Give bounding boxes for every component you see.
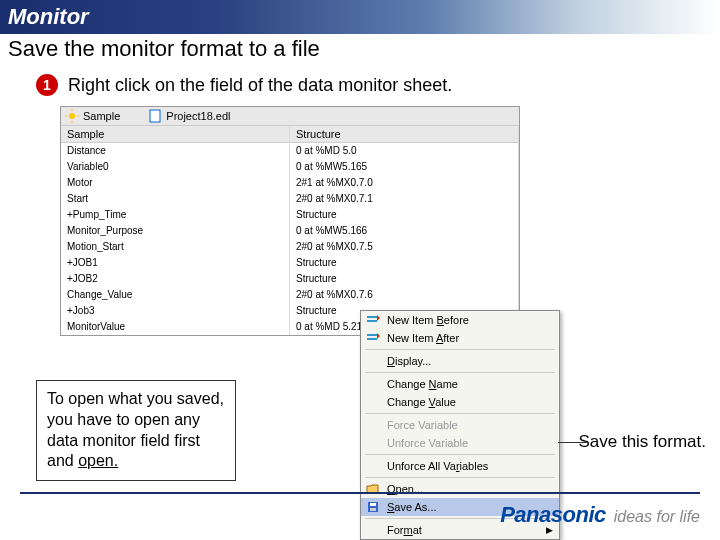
menu-item[interactable]: New Item Before: [361, 311, 559, 329]
table-cell[interactable]: 0 at %MD 5.0: [290, 143, 518, 159]
footer-divider: [20, 492, 700, 494]
menu-item-label: Display...: [387, 355, 431, 367]
table-cell[interactable]: 2#0 at %MX0.7.5: [290, 239, 518, 255]
screenshot-toolbar: Sample Project18.edl: [61, 107, 519, 126]
table-cell[interactable]: 2#0 at %MX0.7.1: [290, 191, 518, 207]
svg-rect-8: [367, 334, 377, 336]
svg-point-0: [69, 113, 75, 119]
table-cell[interactable]: Change_Value: [61, 287, 289, 303]
table-cell[interactable]: Start: [61, 191, 289, 207]
svg-rect-11: [370, 503, 376, 506]
menu-separator: [365, 454, 555, 455]
menu-item[interactable]: New Item After: [361, 329, 559, 347]
svg-rect-5: [150, 110, 160, 122]
brand-tagline: ideas for life: [614, 508, 700, 526]
toolbar-tab: Project18.edl: [166, 110, 230, 122]
menu-item-label: Change Value: [387, 396, 456, 408]
note-box: To open what you saved, you have to open…: [36, 380, 236, 481]
step-text: Right click on the field of the data mon…: [68, 75, 452, 96]
table-cell[interactable]: +JOB1: [61, 255, 289, 271]
step-row: 1 Right click on the field of the data m…: [0, 74, 720, 106]
page-subtitle: Save the monitor format to a file: [0, 34, 720, 74]
insert-after-icon: [365, 330, 381, 346]
menu-separator: [365, 413, 555, 414]
table-cell[interactable]: 2#1 at %MX0.7.0: [290, 175, 518, 191]
open-icon: [365, 481, 381, 497]
footer-logo: Panasonic ideas for life: [500, 502, 700, 528]
column-header: Sample: [61, 126, 289, 143]
table-cell[interactable]: Distance: [61, 143, 289, 159]
screenshot-table: Sample DistanceVariable0MotorStart+Pump_…: [61, 126, 519, 335]
table-cell[interactable]: 0 at %MW5.166: [290, 223, 518, 239]
svg-rect-7: [367, 320, 377, 322]
insert-before-icon: [365, 312, 381, 328]
menu-item[interactable]: Open...: [361, 480, 559, 498]
menu-item-label: Save As...: [387, 501, 437, 513]
table-cell[interactable]: Motor: [61, 175, 289, 191]
note-underlined: open.: [78, 452, 118, 469]
table-cell[interactable]: +Pump_Time: [61, 207, 289, 223]
sun-icon: [65, 109, 79, 123]
menu-item-label: Format: [387, 524, 422, 536]
svg-rect-6: [367, 316, 377, 318]
table-cell[interactable]: Structure: [290, 271, 518, 287]
table-cell[interactable]: MonitorValue: [61, 319, 289, 335]
menu-item-label: New Item After: [387, 332, 459, 344]
svg-rect-9: [367, 338, 377, 340]
menu-item: Unforce Variable: [361, 434, 559, 452]
table-cell[interactable]: 2#0 at %MX0.7.6: [290, 287, 518, 303]
toolbar-label: Sample: [83, 110, 120, 122]
table-cell[interactable]: Variable0: [61, 159, 289, 175]
brand-name: Panasonic: [500, 502, 606, 528]
data-monitor-screenshot: Sample Project18.edl Sample DistanceVari…: [60, 106, 520, 336]
table-cell[interactable]: Structure: [290, 255, 518, 271]
column-header: Structure: [290, 126, 518, 143]
menu-item-label: Force Variable: [387, 419, 458, 431]
table-cell[interactable]: Motion_Start: [61, 239, 289, 255]
table-cell[interactable]: +JOB2: [61, 271, 289, 287]
table-cell[interactable]: +Job3: [61, 303, 289, 319]
menu-item[interactable]: Unforce All Variables: [361, 457, 559, 475]
svg-rect-12: [370, 508, 376, 511]
menu-separator: [365, 477, 555, 478]
leader-line: [558, 442, 588, 443]
menu-item[interactable]: Change Value: [361, 393, 559, 411]
menu-item-label: New Item Before: [387, 314, 469, 326]
save-icon: [365, 499, 381, 515]
header-title: Monitor: [8, 4, 89, 29]
table-cell[interactable]: 0 at %MW5.165: [290, 159, 518, 175]
document-icon: [148, 109, 162, 123]
menu-item: Force Variable: [361, 416, 559, 434]
table-cell[interactable]: Monitor_Purpose: [61, 223, 289, 239]
menu-item-label: Unforce Variable: [387, 437, 468, 449]
table-cell[interactable]: Structure: [290, 207, 518, 223]
menu-separator: [365, 349, 555, 350]
note-text: To open what you saved, you have to open…: [47, 390, 224, 469]
menu-separator: [365, 372, 555, 373]
menu-item[interactable]: Display...: [361, 352, 559, 370]
menu-item-label: Change Name: [387, 378, 458, 390]
menu-item-label: Unforce All Variables: [387, 460, 488, 472]
menu-item[interactable]: Change Name: [361, 375, 559, 393]
step-number-badge: 1: [36, 74, 58, 96]
header-bar: Monitor: [0, 0, 720, 34]
callout-save-format: Save this format.: [578, 432, 706, 452]
